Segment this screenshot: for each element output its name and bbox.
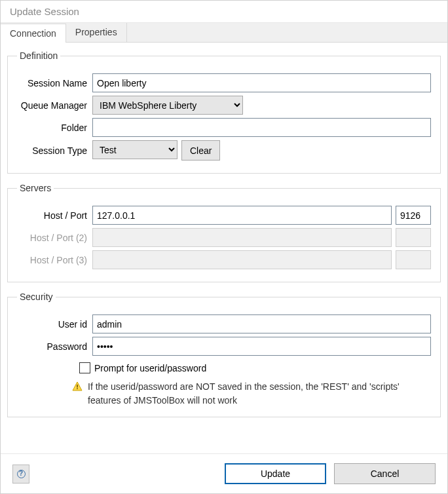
servers-legend: Servers: [17, 183, 54, 193]
host-1-input[interactable]: [92, 206, 392, 225]
host-3-input: [92, 250, 392, 269]
svg-rect-2: [77, 388, 78, 389]
help-icon: ?: [17, 470, 26, 478]
host-port-3-label: Host / Port (3): [17, 255, 92, 265]
servers-group: Servers Host / Port Host / Port (2) Host…: [7, 183, 441, 282]
queue-manager-select[interactable]: IBM WebSphere Liberty: [92, 96, 243, 115]
definition-legend: Definition: [17, 50, 60, 61]
host-port-2-label: Host / Port (2): [17, 233, 92, 243]
window-title: Update Session: [1, 1, 447, 23]
password-label: Password: [17, 341, 92, 352]
update-button[interactable]: Update: [225, 463, 326, 484]
svg-rect-1: [77, 385, 78, 388]
prompt-label: Prompt for userid/password: [94, 363, 206, 373]
tab-panel-connection: Definition Session Name Queue Manager IB…: [1, 43, 447, 453]
session-type-select[interactable]: Test: [92, 140, 177, 159]
warning-icon: [72, 381, 83, 392]
warning-text: If the userid/password are NOT saved in …: [88, 380, 431, 408]
cancel-button[interactable]: Cancel: [334, 463, 436, 484]
tab-properties[interactable]: Properties: [66, 23, 127, 42]
folder-label: Folder: [17, 123, 92, 133]
host-port-1-label: Host / Port: [17, 210, 92, 221]
session-name-input[interactable]: [92, 73, 431, 92]
port-3-input: [396, 250, 431, 269]
security-group: Security User id Password Prompt for use…: [7, 292, 441, 417]
queue-manager-label: Queue Manager: [17, 100, 92, 111]
tab-connection[interactable]: Connection: [0, 24, 66, 43]
folder-input[interactable]: [92, 118, 431, 137]
clear-button[interactable]: Clear: [181, 140, 220, 161]
security-legend: Security: [17, 292, 56, 302]
user-id-input[interactable]: [92, 314, 431, 333]
tab-bar: Connection Properties: [1, 23, 447, 43]
prompt-checkbox[interactable]: [79, 362, 90, 373]
button-bar: ? Update Cancel: [1, 453, 447, 493]
session-name-label: Session Name: [17, 78, 92, 88]
port-1-input[interactable]: [396, 206, 431, 225]
host-2-input: [92, 228, 392, 247]
password-input[interactable]: [92, 337, 431, 356]
session-type-label: Session Type: [17, 145, 92, 156]
port-2-input: [396, 228, 431, 247]
definition-group: Definition Session Name Queue Manager IB…: [7, 50, 441, 174]
help-button[interactable]: ?: [12, 465, 29, 484]
user-id-label: User id: [17, 319, 92, 330]
